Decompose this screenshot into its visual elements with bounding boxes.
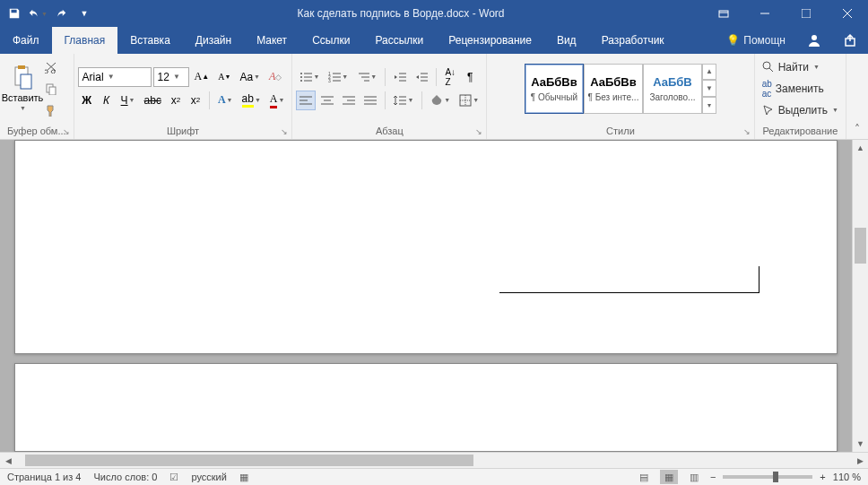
zoom-slider[interactable] [723,475,812,479]
hscroll-thumb[interactable] [25,455,473,466]
document-page-2[interactable] [14,363,838,452]
ribbon: Вставить▼ Буфер обм...↘ Arial▼ 12▼ A▲ A▼… [0,54,868,140]
scroll-left-button[interactable]: ◀ [0,453,16,468]
svg-point-52 [763,62,770,69]
tab-layout[interactable]: Макет [244,27,299,54]
copy-button[interactable] [41,79,61,99]
bold-button[interactable]: Ж [78,91,96,110]
paste-button[interactable]: Вставить▼ [4,62,41,115]
underline-button[interactable]: Ч▼ [117,91,139,110]
collapse-ribbon-button[interactable]: ˄ [846,54,868,139]
clear-format-button[interactable]: A◇ [265,67,285,87]
cut-button[interactable] [41,57,61,77]
web-layout-button[interactable]: ▥ [685,470,703,484]
styles-launcher[interactable]: ↘ [742,126,752,137]
tab-home[interactable]: Главная [52,27,118,54]
align-right-button[interactable] [339,91,359,110]
italic-button[interactable]: К [98,91,116,110]
qat-customize-button[interactable]: ▼ [74,3,95,24]
ribbon-display-button[interactable] [703,0,744,27]
zoom-in-button[interactable]: + [820,472,825,482]
inc-indent-button[interactable] [412,67,431,87]
language-indicator[interactable]: русский [191,472,226,482]
justify-button[interactable] [360,91,380,110]
change-case-button[interactable]: Aa▼ [236,67,264,87]
macro-icon[interactable]: ▦ [239,472,248,483]
tell-me-button[interactable]: 💡Помощн [716,34,796,47]
document-page-1[interactable] [14,140,838,354]
minimize-button[interactable] [744,0,786,27]
paragraph-launcher[interactable]: ↘ [473,126,484,137]
print-layout-button[interactable]: ▦ [660,470,678,484]
grow-font-button[interactable]: A▲ [191,67,213,87]
copy-icon [45,82,57,95]
multilevel-icon [357,72,369,82]
font-color-button[interactable]: A▼ [266,91,289,110]
tab-file[interactable]: Файл [0,27,52,54]
clipboard-launcher[interactable]: ↘ [61,126,72,137]
format-painter-button[interactable] [41,100,61,120]
styles-expand[interactable]: ▾ [702,97,716,114]
vertical-scrollbar[interactable]: ▲ ▼ [852,140,868,452]
text-effects-button[interactable]: A▼ [214,91,237,110]
select-button[interactable]: Выделить▼ [759,100,842,120]
multilevel-button[interactable]: ▼ [353,67,380,87]
scroll-up-button[interactable]: ▲ [853,140,868,156]
redo-button[interactable] [50,3,72,24]
zoom-level[interactable]: 110 % [833,472,861,482]
find-button[interactable]: Найти▼ [759,57,842,77]
styles-scroll-down[interactable]: ▼ [702,80,716,97]
save-button[interactable] [4,3,25,24]
numbering-icon: 123 [328,72,341,82]
numbering-button[interactable]: 123▼ [325,67,352,87]
highlight-button[interactable]: ab▼ [239,91,265,110]
spell-check-icon[interactable]: ☑ [169,472,178,483]
font-size-combo[interactable]: 12▼ [153,67,189,87]
line-spacing-button[interactable]: ▼ [390,91,417,110]
align-center-button[interactable] [317,91,337,110]
signature-line[interactable] [499,266,760,293]
tab-mailings[interactable]: Рассылки [362,27,436,54]
page-indicator[interactable]: Страница 1 из 4 [7,472,81,482]
horizontal-scrollbar[interactable]: ◀ ▶ [0,452,868,468]
tab-review[interactable]: Рецензирование [436,27,544,54]
brush-icon [45,104,57,117]
style-heading1[interactable]: АаБбВЗаголово... [643,64,702,114]
tab-developer[interactable]: Разработчик [589,27,677,54]
undo-button[interactable]: ▼ [27,3,48,24]
shrink-font-button[interactable]: A▼ [214,67,234,87]
share-button[interactable] [832,33,868,48]
style-normal[interactable]: АаБбВв¶ Обычный [525,64,584,114]
scroll-down-button[interactable]: ▼ [853,436,868,452]
scissors-icon [45,61,57,74]
read-mode-button[interactable]: ▤ [635,470,653,484]
vscroll-thumb[interactable] [855,228,866,264]
word-count[interactable]: Число слов: 0 [93,472,157,482]
replace-button[interactable]: abacЗаменить [759,79,842,99]
account-button[interactable] [796,33,832,48]
borders-button[interactable]: ▼ [456,91,482,110]
strike-button[interactable]: abc [141,91,165,110]
shading-button[interactable]: ▼ [427,91,454,110]
tab-insert[interactable]: Вставка [117,27,183,54]
sort-button[interactable]: A↓Z [441,67,459,87]
tab-references[interactable]: Ссылки [299,27,362,54]
zoom-out-button[interactable]: − [710,472,716,482]
styles-scroll-up[interactable]: ▲ [702,64,716,81]
style-no-spacing[interactable]: АаБбВв¶ Без инте... [584,64,643,114]
dec-indent-button[interactable] [390,67,410,87]
scroll-right-button[interactable]: ▶ [852,453,868,468]
tab-view[interactable]: Вид [544,27,589,54]
font-launcher[interactable]: ↘ [279,126,290,137]
subscript-button[interactable]: x2 [167,91,185,110]
paste-icon [12,65,33,91]
superscript-button[interactable]: x2 [187,91,204,110]
align-left-button[interactable] [296,91,316,110]
font-name-combo[interactable]: Arial▼ [78,67,152,87]
tab-design[interactable]: Дизайн [183,27,244,54]
show-marks-button[interactable]: ¶ [461,67,479,87]
close-button[interactable] [827,0,868,27]
bullets-button[interactable]: ▼ [296,67,323,87]
maximize-button[interactable] [786,0,827,27]
editing-group: Найти▼ abacЗаменить Выделить▼ Редактиров… [755,54,846,139]
